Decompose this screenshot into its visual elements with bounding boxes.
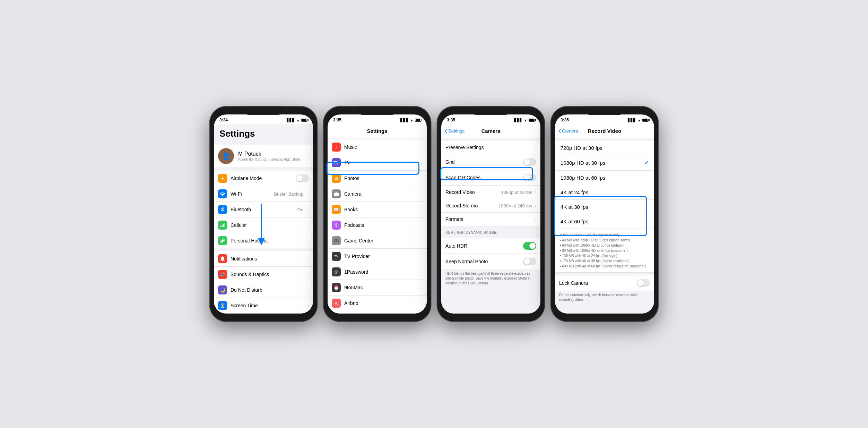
tv-item[interactable]: TV TV › — [328, 155, 427, 171]
svg-rect-6 — [334, 193, 339, 196]
scan-qr-item[interactable]: Scan QR Codes — [441, 170, 540, 186]
auto-hdr-label: Auto HDR — [445, 243, 520, 249]
preserve-settings-item[interactable]: Preserve Settings › — [441, 141, 540, 154]
status-bar-1: 3:34 ▋▋▋ ▲ — [214, 114, 313, 124]
wifi-item[interactable]: Wi-Fi Buster Backup › — [214, 186, 313, 202]
camera-main-section: Preserve Settings › Grid Scan QR Codes R… — [441, 141, 540, 226]
airbnb-item[interactable]: A Airbnb › — [328, 296, 427, 311]
wifi-icon — [218, 189, 227, 198]
photos-label: Photos — [344, 176, 417, 181]
status-bar-3: 3:35 ▋▋▋ ▲ — [441, 114, 540, 124]
svg-rect-1 — [222, 225, 223, 227]
airbnb-label: Airbnb — [344, 300, 417, 306]
auto-hdr-toggle[interactable] — [523, 242, 536, 250]
tvprovider-item[interactable]: TV TV Provider › — [328, 249, 427, 264]
nav-bar-2: Settings — [328, 124, 427, 138]
hdr-section: Auto HDR Keep Normal Photo — [441, 238, 540, 269]
photos-item[interactable]: ✿ Photos › — [328, 171, 427, 186]
wifi-chevron: › — [307, 191, 309, 196]
notch-3 — [470, 106, 512, 115]
nav-title-3: Camera — [481, 128, 500, 134]
tv-label: TV — [344, 160, 417, 165]
wifi-icon-3: ▲ — [524, 118, 527, 122]
battery-icon-3 — [529, 119, 535, 122]
record-video-item[interactable]: Record Video 1080p at 30 fps › — [441, 186, 540, 199]
lock-camera-item[interactable]: Lock Camera — [555, 275, 654, 291]
option-4k-60[interactable]: 4K at 60 fps — [555, 214, 654, 229]
dnd-item[interactable]: 🌙 Do Not Disturb › — [214, 282, 313, 298]
amazon-item[interactable]: amzn Amazon › — [328, 311, 427, 314]
lock-camera-label: Lock Camera — [559, 280, 634, 286]
camera-item[interactable]: Camera › — [328, 186, 427, 202]
nav-back-3[interactable]: Settings — [445, 128, 465, 134]
keep-normal-item[interactable]: Keep Normal Photo — [441, 254, 540, 269]
option-720p-30[interactable]: 720p HD at 30 fps — [555, 141, 654, 155]
screen-content-1: Settings 👤 M Potuck Apple ID, iCloud, iT… — [214, 124, 313, 314]
screen-time-item[interactable]: ⏳ Screen Time › — [214, 298, 313, 313]
cellular-label: Cellular — [231, 222, 303, 228]
1password-item[interactable]: ① 1Password › — [328, 264, 427, 280]
podcasts-icon: 🎙 — [332, 221, 341, 230]
phone-3-screen: 3:35 ▋▋▋ ▲ Settings Camera Preserve Sett… — [441, 114, 540, 314]
record-slo-mo-item[interactable]: Record Slo-mo 1080p at 240 fps › — [441, 199, 540, 213]
lock-camera-toggle[interactable] — [637, 279, 650, 287]
profile-chevron: › — [307, 154, 309, 159]
option-1080p-60[interactable]: 1080p HD at 60 fps — [555, 171, 654, 185]
signal-icon-2: ▋▋▋ — [400, 118, 409, 122]
music-label: Music — [344, 144, 417, 150]
gamecenter-item[interactable]: 🎮 Game Center › — [328, 233, 427, 249]
nav-back-4[interactable]: Camera — [558, 128, 578, 134]
profile-section: 👤 M Potuck Apple ID, iCloud, iTunes & Ap… — [214, 145, 313, 168]
dnd-icon: 🌙 — [218, 285, 227, 294]
option-4k-30[interactable]: 4K at 30 fps — [555, 200, 654, 214]
option-4k-60-label: 4K at 60 fps — [561, 219, 649, 224]
tvprovider-label: TV Provider — [344, 254, 417, 259]
scan-qr-toggle[interactable] — [523, 174, 536, 181]
nav-back-label-4: Camera — [562, 128, 578, 134]
phone-2: 3:35 ▋▋▋ ▲ Settings ♪ Music › TV TV — [323, 106, 431, 322]
screen-content-2: ♪ Music › TV TV › ✿ Photos › — [328, 138, 427, 314]
sounds-item[interactable]: 🔊 Sounds & Haptics › — [214, 267, 313, 282]
gamecenter-icon: 🎮 — [332, 236, 341, 245]
bluetooth-icon — [218, 205, 227, 214]
hotspot-label: Personal Hotspot — [231, 238, 303, 243]
bluetooth-item[interactable]: Bluetooth On › — [214, 202, 313, 217]
profile-name: M Potuck — [238, 151, 303, 157]
bluetooth-chevron: › — [307, 207, 309, 212]
option-4k-24-label: 4K at 24 fps — [561, 189, 649, 195]
phone-2-screen: 3:35 ▋▋▋ ▲ Settings ♪ Music › TV TV — [328, 114, 427, 314]
airplane-mode-label: Airplane Mode — [231, 176, 292, 181]
notifications-item[interactable]: Notifications › — [214, 251, 313, 267]
option-1080p-30[interactable]: 1080p HD at 30 fps ✓ — [555, 155, 654, 171]
profile-item[interactable]: 👤 M Potuck Apple ID, iCloud, iTunes & Ap… — [214, 145, 313, 168]
time-1: 3:34 — [219, 118, 228, 122]
hotspot-item[interactable]: Personal Hotspot › — [214, 233, 313, 248]
notifications-label: Notifications — [231, 256, 303, 262]
podcasts-item[interactable]: 🎙 Podcasts › — [328, 217, 427, 233]
checkmark-1080p-30: ✓ — [644, 160, 649, 166]
keep-normal-toggle[interactable] — [523, 258, 536, 265]
books-item[interactable]: 📖 Books › — [328, 202, 427, 217]
settings-list: ♪ Music › TV TV › ✿ Photos › — [328, 139, 427, 314]
record-video-label: Record Video — [445, 189, 498, 195]
option-4k-24[interactable]: 4K at 24 fps — [555, 185, 654, 200]
phone-3: 3:35 ▋▋▋ ▲ Settings Camera Preserve Sett… — [437, 106, 545, 322]
music-item[interactable]: ♪ Music › — [328, 139, 427, 155]
status-icons-2: ▋▋▋ ▲ — [400, 118, 421, 122]
airplane-mode-item[interactable]: ✈ Airplane Mode — [214, 171, 313, 186]
time-3: 3:35 — [447, 118, 455, 122]
phone-4: 3:35 ▋▋▋ ▲ Camera Record Video 720p HD a… — [551, 106, 658, 322]
grid-toggle[interactable] — [523, 158, 536, 166]
books-label: Books — [344, 207, 417, 212]
grid-label: Grid — [445, 159, 520, 165]
nav-back-label-3: Settings — [448, 128, 465, 134]
time-2: 3:35 — [333, 118, 341, 122]
1password-icon: ① — [332, 267, 341, 276]
airplane-mode-toggle[interactable] — [296, 174, 309, 182]
9to5mac-item[interactable]: ⏰ 9to5Mac › — [328, 280, 427, 296]
cellular-item[interactable]: Cellular › — [214, 217, 313, 233]
auto-hdr-item[interactable]: Auto HDR — [441, 238, 540, 254]
formats-item[interactable]: Formats › — [441, 213, 540, 226]
grid-item[interactable]: Grid — [441, 154, 540, 170]
9to5mac-icon: ⏰ — [332, 283, 341, 292]
